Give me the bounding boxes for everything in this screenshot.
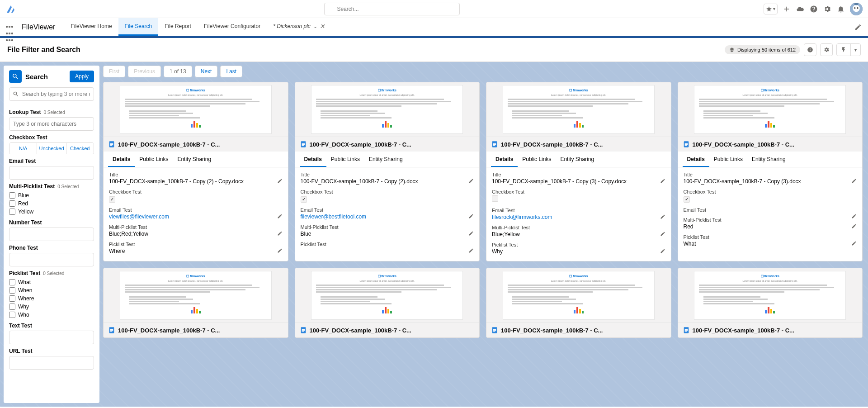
- edit-icon[interactable]: [468, 213, 474, 219]
- email-input[interactable]: [9, 166, 94, 180]
- help-button[interactable]: [809, 5, 818, 14]
- card-tab[interactable]: Public Links: [326, 152, 364, 167]
- file-card: ☐ firmworks Lorem ipsum dolor sit amet, …: [678, 268, 863, 338]
- file-card: ☐ firmworks Lorem ipsum dolor sit amet, …: [486, 82, 671, 261]
- edit-icon[interactable]: [468, 248, 474, 253]
- edit-icon[interactable]: [277, 213, 283, 219]
- file-thumbnail[interactable]: ☐ firmworks Lorem ipsum dolor sit amet, …: [486, 268, 671, 323]
- card-tab[interactable]: Public Links: [135, 152, 173, 167]
- checkbox-input[interactable]: [9, 200, 15, 207]
- file-thumbnail[interactable]: ☐ firmworks Lorem ipsum dolor sit amet, …: [486, 82, 671, 137]
- card-tab[interactable]: Public Links: [518, 152, 556, 167]
- lookup-input[interactable]: [9, 117, 94, 131]
- edit-icon[interactable]: [660, 231, 665, 237]
- setup-button[interactable]: [823, 5, 832, 14]
- edit-icon[interactable]: [468, 231, 474, 236]
- file-name-bar[interactable]: 100-FV_DOCX-sample_100kB-7 - C...: [486, 323, 671, 337]
- filter-checklist-item[interactable]: When: [9, 286, 94, 294]
- checkbox-input[interactable]: [9, 312, 15, 318]
- pager-next-button[interactable]: Next: [195, 66, 218, 77]
- card-tab[interactable]: Details: [683, 152, 709, 167]
- app-launcher[interactable]: [5, 23, 14, 32]
- checkbox-input[interactable]: [9, 304, 15, 310]
- file-thumbnail[interactable]: ☐ firmworks Lorem ipsum dolor sit amet, …: [295, 268, 480, 323]
- pager-prev-button[interactable]: Previous: [128, 66, 161, 77]
- edit-icon[interactable]: [468, 178, 474, 184]
- filter-checklist-item[interactable]: Where: [9, 294, 94, 303]
- close-icon[interactable]: ✕: [320, 23, 325, 30]
- global-search-input[interactable]: [324, 3, 460, 15]
- edit-icon[interactable]: [851, 241, 857, 246]
- filter-url-label: URL Test: [9, 348, 94, 354]
- edit-icon[interactable]: [660, 248, 665, 254]
- pager-last-button[interactable]: Last: [220, 66, 242, 77]
- favorites-dropdown[interactable]: ▾: [764, 4, 778, 14]
- file-thumbnail[interactable]: ☐ firmworks Lorem ipsum dolor sit amet, …: [678, 268, 863, 323]
- workspace-tab[interactable]: * Dickenson plc ⌄ ✕: [267, 18, 331, 36]
- add-button[interactable]: [782, 5, 791, 14]
- main-area: Search Apply Lookup Test 0 Selected Chec…: [0, 62, 868, 407]
- card-tab[interactable]: Entity Sharing: [173, 152, 216, 167]
- file-card: ☐ firmworks Lorem ipsum dolor sit amet, …: [295, 268, 480, 338]
- action-dropdown[interactable]: ▾: [836, 43, 861, 56]
- filter-checklist-item[interactable]: Who: [9, 311, 94, 319]
- file-name-bar[interactable]: 100-FV_DOCX-sample_100kB-7 - C...: [678, 137, 863, 152]
- checkbox-input[interactable]: [9, 209, 15, 215]
- card-tab[interactable]: Entity Sharing: [364, 152, 407, 167]
- edit-icon[interactable]: [851, 178, 857, 184]
- cloud-button[interactable]: [796, 5, 805, 14]
- settings-button[interactable]: [820, 43, 833, 56]
- card-tab[interactable]: Entity Sharing: [747, 152, 790, 167]
- file-name-bar[interactable]: 100-FV_DOCX-sample_100kB-7 - C...: [678, 323, 863, 337]
- checkbox-filter-option[interactable]: Unchecked: [37, 143, 66, 154]
- filter-checklist-item[interactable]: Why: [9, 303, 94, 311]
- filter-checklist-item[interactable]: What: [9, 278, 94, 286]
- nav-tab[interactable]: File Search: [118, 18, 159, 36]
- file-name-bar[interactable]: 100-FV_DOCX-sample_100kB-7 - C...: [295, 323, 480, 337]
- avatar[interactable]: [850, 3, 863, 15]
- info-button[interactable]: [804, 43, 816, 56]
- checkbox-filter-option[interactable]: Checked: [66, 143, 94, 154]
- checkbox-input[interactable]: [9, 287, 15, 294]
- card-tab[interactable]: Details: [300, 152, 326, 167]
- checkbox-input[interactable]: [9, 192, 15, 199]
- url-input[interactable]: [9, 356, 94, 370]
- edit-icon[interactable]: [277, 178, 283, 184]
- pager-first-button[interactable]: First: [103, 66, 125, 77]
- edit-nav-button[interactable]: [854, 23, 863, 32]
- file-name-bar[interactable]: 100-FV_DOCX-sample_100kB-7 - C...: [295, 137, 480, 152]
- edit-icon[interactable]: [660, 214, 665, 219]
- file-thumbnail[interactable]: ☐ firmworks Lorem ipsum dolor sit amet, …: [104, 268, 288, 323]
- sidebar-search-input[interactable]: [9, 87, 94, 101]
- checkbox-filter-option[interactable]: N/A: [9, 143, 37, 154]
- edit-icon[interactable]: [277, 231, 283, 236]
- edit-icon[interactable]: [851, 223, 857, 229]
- nav-tab[interactable]: FileViewer Home: [64, 18, 118, 36]
- card-tab[interactable]: Details: [108, 152, 135, 167]
- apply-button[interactable]: Apply: [70, 71, 94, 82]
- file-thumbnail[interactable]: ☐ firmworks Lorem ipsum dolor sit amet, …: [678, 82, 863, 137]
- notifications-button[interactable]: [836, 5, 845, 14]
- file-thumbnail[interactable]: ☐ firmworks Lorem ipsum dolor sit amet, …: [295, 82, 480, 137]
- filter-checklist-item[interactable]: Yellow: [9, 208, 94, 216]
- nav-tab[interactable]: FileViewer Configurator: [198, 18, 267, 36]
- card-tab[interactable]: Details: [491, 152, 518, 167]
- filter-checklist-item[interactable]: Red: [9, 199, 94, 208]
- file-name-bar[interactable]: 100-FV_DOCX-sample_100kB-7 - C...: [486, 137, 671, 152]
- number-input[interactable]: [9, 228, 94, 241]
- card-tab[interactable]: Public Links: [709, 152, 747, 167]
- edit-icon[interactable]: [277, 248, 283, 253]
- nav-tab[interactable]: File Report: [158, 18, 198, 36]
- edit-icon[interactable]: [660, 178, 665, 184]
- filter-lookup-label: Lookup Test 0 Selected: [9, 109, 94, 115]
- checkbox-input[interactable]: [9, 279, 15, 285]
- checkbox-input[interactable]: [9, 295, 15, 302]
- filter-checklist-item[interactable]: Blue: [9, 191, 94, 199]
- file-name-bar[interactable]: 100-FV_DOCX-sample_100kB-7 - C...: [104, 323, 288, 337]
- file-thumbnail[interactable]: ☐ firmworks Lorem ipsum dolor sit amet, …: [104, 82, 288, 137]
- file-card: ☐ firmworks Lorem ipsum dolor sit amet, …: [103, 268, 288, 338]
- card-tab[interactable]: Entity Sharing: [556, 152, 599, 167]
- phone-input[interactable]: [9, 253, 94, 266]
- file-name-bar[interactable]: 100-FV_DOCX-sample_100kB-7 - C...: [104, 137, 288, 152]
- text-input[interactable]: [9, 331, 94, 344]
